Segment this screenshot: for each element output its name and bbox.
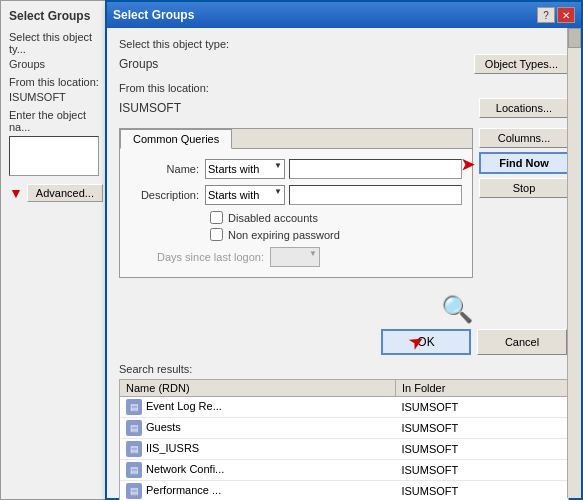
description-input[interactable]	[289, 185, 462, 205]
row-name-cell: ▤Network Confi...	[120, 460, 395, 481]
tab-panel-area: Common Queries Name: Starts with	[119, 128, 473, 286]
row-folder-cell: ISUMSOFT	[395, 460, 567, 481]
stop-button[interactable]: Stop	[479, 178, 569, 198]
nonexpiring-password-row: Non expiring password	[210, 228, 462, 241]
ok-button[interactable]: OK	[381, 329, 471, 355]
scrollbar-thumb[interactable]	[568, 28, 581, 48]
table-row[interactable]: ▤Performance ...ISUMSOFT	[120, 481, 568, 501]
nonexpiring-password-checkbox[interactable]	[210, 228, 223, 241]
close-button[interactable]: ✕	[557, 7, 575, 23]
locations-button[interactable]: Locations...	[479, 98, 569, 118]
name-form-row: Name: Starts with	[130, 159, 462, 179]
cancel-button[interactable]: Cancel	[477, 329, 567, 355]
right-buttons-panel: Columns... ➤ Find Now Stop	[479, 128, 569, 286]
bg-location-value: ISUMSOFT	[9, 91, 101, 103]
scrollbar-track[interactable]	[567, 28, 581, 498]
help-button[interactable]: ?	[537, 7, 555, 23]
name-input[interactable]	[289, 159, 462, 179]
title-bar-controls: ? ✕	[537, 7, 575, 23]
bg-location-label: From this location:	[9, 76, 101, 88]
bg-window-title: Select Groups	[9, 9, 101, 23]
name-dropdown-wrapper: Starts with	[205, 159, 285, 179]
table-row[interactable]: ▤GuestsISUMSOFT	[120, 418, 568, 439]
find-now-arrow-icon: ➤	[461, 155, 474, 174]
bg-advanced-button[interactable]: Advanced...	[27, 184, 103, 202]
magnifier-icon: 🔍	[441, 294, 473, 325]
description-form-row: Description: Starts with	[130, 185, 462, 205]
name-dropdown[interactable]: Starts with	[205, 159, 285, 179]
disabled-accounts-row: Disabled accounts	[210, 211, 462, 224]
object-type-row: Groups Object Types...	[119, 54, 569, 74]
row-folder-cell: ISUMSOFT	[395, 418, 567, 439]
bg-object-input[interactable]	[9, 136, 99, 176]
table-row[interactable]: ▤Event Log Re...ISUMSOFT	[120, 397, 568, 418]
disabled-accounts-checkbox[interactable]	[210, 211, 223, 224]
row-folder-cell: ISUMSOFT	[395, 439, 567, 460]
location-value: ISUMSOFT	[119, 101, 479, 115]
bg-groups-value: Groups	[9, 58, 101, 70]
object-types-button[interactable]: Object Types...	[474, 54, 569, 74]
location-label: From this location:	[119, 82, 569, 94]
find-now-button[interactable]: Find Now	[479, 152, 569, 174]
dialog-body: Select this object type: Groups Object T…	[107, 28, 581, 500]
col-folder-header: In Folder	[395, 380, 567, 397]
nonexpiring-password-label: Non expiring password	[228, 229, 340, 241]
common-queries-tab[interactable]: Common Queries	[120, 129, 232, 149]
table-row[interactable]: ▤IIS_IUSRSISUMSOFT	[120, 439, 568, 460]
days-row: Days since last logon:	[130, 247, 462, 267]
row-folder-cell: ISUMSOFT	[395, 397, 567, 418]
description-label: Description:	[130, 189, 205, 201]
row-folder-cell: ISUMSOFT	[395, 481, 567, 501]
results-table: Name (RDN) In Folder ▤Event Log Re...ISU…	[120, 380, 568, 500]
object-type-value: Groups	[119, 57, 474, 71]
days-dropdown[interactable]	[270, 247, 320, 267]
disabled-accounts-label: Disabled accounts	[228, 212, 318, 224]
results-table-wrapper[interactable]: Name (RDN) In Folder ▤Event Log Re...ISU…	[119, 379, 569, 500]
arrow-down-icon: ▼	[9, 185, 23, 201]
find-now-wrapper: ➤ Find Now	[479, 152, 569, 174]
description-dropdown[interactable]: Starts with	[205, 185, 285, 205]
columns-button[interactable]: Columns...	[479, 128, 569, 148]
days-dropdown-wrapper	[270, 247, 320, 267]
common-queries-panel: Common Queries Name: Starts with	[119, 128, 473, 278]
select-groups-dialog: Select Groups ? ✕ Select this object typ…	[105, 0, 583, 500]
bg-object-type-label: Select this object ty...	[9, 31, 101, 55]
dialog-title-bar: Select Groups ? ✕	[107, 2, 581, 28]
background-window: Select Groups Select this object ty... G…	[0, 0, 110, 500]
search-results-label: Search results:	[119, 363, 569, 375]
row-name-cell: ▤Event Log Re...	[120, 397, 395, 418]
bg-advanced-row: ▼ Advanced...	[9, 184, 101, 202]
table-row[interactable]: ▤Network Confi...ISUMSOFT	[120, 460, 568, 481]
dialog-title: Select Groups	[113, 8, 194, 22]
row-name-cell: ▤IIS_IUSRS	[120, 439, 395, 460]
description-dropdown-wrapper: Starts with	[205, 185, 285, 205]
col-name-header: Name (RDN)	[120, 380, 395, 397]
row-name-cell: ▤Performance ...	[120, 481, 395, 501]
tab-body: Name: Starts with Description:	[120, 149, 472, 277]
search-icon-area: 🔍	[119, 294, 569, 325]
name-label: Name:	[130, 163, 205, 175]
row-name-cell: ▤Guests	[120, 418, 395, 439]
days-label: Days since last logon:	[130, 251, 270, 263]
bg-enter-label: Enter the object na...	[9, 109, 101, 133]
tab-header: Common Queries	[120, 129, 472, 149]
object-type-label: Select this object type:	[119, 38, 569, 50]
ok-cancel-row: ➤ OK Cancel	[119, 329, 569, 355]
location-row: ISUMSOFT Locations...	[119, 98, 569, 118]
